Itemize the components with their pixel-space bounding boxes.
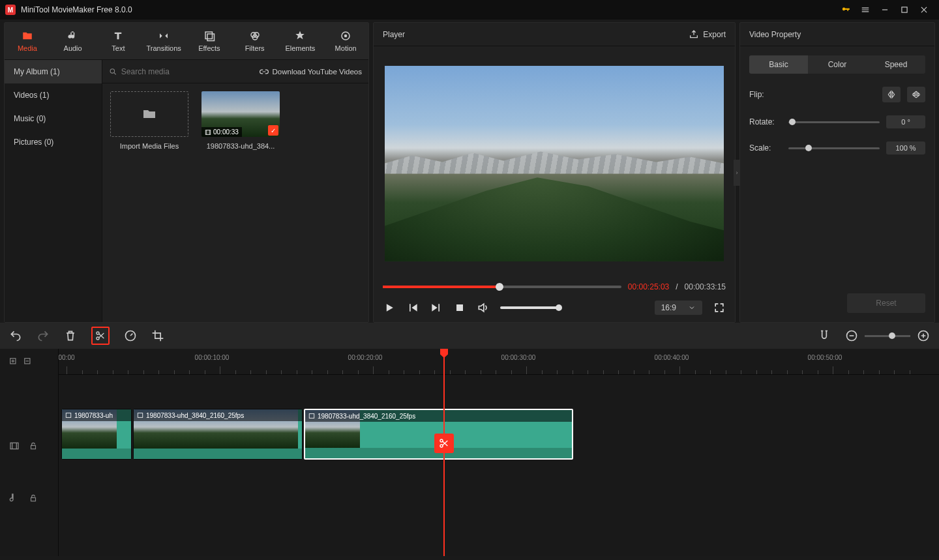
- ruler-tick: 00:00:40:00: [655, 354, 689, 361]
- fullscreen-button[interactable]: [713, 301, 726, 314]
- ribbon-label: Filters: [245, 44, 265, 52]
- aspect-ratio-dropdown[interactable]: 16:9: [655, 301, 702, 315]
- upgrade-key-icon[interactable]: [836, 0, 856, 20]
- ribbon-motion[interactable]: Motion: [323, 23, 368, 59]
- sidebar-item-videos[interactable]: Videos (1): [5, 83, 102, 107]
- speed-button[interactable]: [124, 329, 137, 342]
- tab-basic[interactable]: Basic: [749, 55, 808, 74]
- ribbon-text[interactable]: Text: [96, 23, 142, 59]
- sidebar-item-pictures[interactable]: Pictures (0): [5, 130, 102, 154]
- volume-slider[interactable]: [500, 306, 559, 309]
- flip-horizontal-button[interactable]: [882, 87, 901, 102]
- ruler-tick: 00:00:30:00: [501, 354, 536, 361]
- timeline-clip[interactable]: 19807833-uh: [61, 409, 132, 460]
- next-button[interactable]: [430, 301, 443, 314]
- clip-name: 19807833-uhd_384...: [207, 142, 275, 150]
- minimize-button[interactable]: [875, 0, 895, 20]
- preview-image: [385, 66, 724, 261]
- undo-button[interactable]: [9, 329, 22, 342]
- remove-track-icon[interactable]: [23, 357, 33, 366]
- maximize-button[interactable]: [895, 0, 914, 20]
- redo-button[interactable]: [37, 329, 50, 342]
- export-label: Export: [703, 30, 726, 39]
- timeline-zoom: [845, 329, 930, 342]
- player-pane: Player Export 00:00:25:03 / 00:00:33:15 …: [373, 22, 736, 323]
- ruler-tick: 00:00:20:00: [348, 354, 383, 361]
- export-button[interactable]: Export: [689, 29, 726, 40]
- reset-button[interactable]: Reset: [847, 293, 925, 313]
- svg-rect-10: [205, 130, 211, 134]
- property-tabs: Basic Color Speed: [749, 55, 925, 74]
- audio-track[interactable]: [59, 474, 939, 500]
- svg-rect-1: [902, 7, 907, 12]
- preview-viewport[interactable]: [374, 46, 735, 280]
- search-input[interactable]: [121, 67, 256, 76]
- link-icon: [260, 67, 269, 76]
- crop-button[interactable]: [151, 329, 164, 342]
- search-media[interactable]: [109, 67, 256, 76]
- zoom-out-button[interactable]: [845, 329, 858, 342]
- flip-vertical-button[interactable]: [907, 87, 925, 102]
- stop-button[interactable]: [453, 301, 466, 314]
- close-button[interactable]: [914, 0, 934, 20]
- film-icon: [65, 412, 72, 419]
- clip-duration: 00:00:33: [201, 127, 242, 137]
- audio-track-icon: [9, 493, 20, 503]
- split-button[interactable]: [91, 327, 110, 345]
- svg-point-9: [110, 68, 114, 72]
- properties-pane: › Video Property Basic Color Speed Flip:…: [739, 22, 935, 323]
- lock-icon[interactable]: [29, 494, 38, 503]
- ribbon-audio[interactable]: Audio: [50, 23, 96, 59]
- zoom-slider[interactable]: [865, 335, 910, 337]
- rotate-label: Rotate:: [749, 117, 782, 126]
- volume-icon[interactable]: [477, 301, 490, 314]
- ruler-tick: 00:00:50:00: [808, 354, 842, 361]
- lock-icon[interactable]: [29, 441, 38, 450]
- seek-bar[interactable]: 00:00:25:03 / 00:00:33:15: [374, 280, 735, 293]
- ribbon-transitions[interactable]: Transitions: [141, 23, 186, 59]
- import-media-label: Import Media Files: [120, 142, 179, 150]
- flip-label: Flip:: [749, 90, 782, 99]
- download-youtube-link[interactable]: Download YouTube Videos: [260, 67, 362, 76]
- snap-toggle[interactable]: [818, 329, 831, 342]
- sidebar-item-music[interactable]: Music (0): [5, 107, 102, 130]
- play-button[interactable]: [383, 301, 396, 314]
- svg-rect-19: [10, 443, 18, 449]
- chevron-down-icon: [688, 304, 696, 312]
- rotate-value[interactable]: 0 °: [886, 115, 925, 128]
- delete-button[interactable]: [64, 329, 77, 342]
- timeline-clip[interactable]: 19807833-uhd_3840_2160_25fps: [133, 409, 303, 460]
- media-clip[interactable]: 00:00:33 ✓ 19807833-uhd_384...: [201, 91, 280, 150]
- import-media-button[interactable]: Import Media Files: [110, 91, 188, 150]
- timeline-ruler[interactable]: 00:00 00:00:10:00 00:00:20:00 00:00:30:0…: [59, 349, 939, 375]
- svg-rect-2: [205, 32, 213, 39]
- scale-value[interactable]: 100 %: [886, 141, 925, 155]
- ribbon-elements[interactable]: Elements: [278, 23, 323, 59]
- ribbon-filters[interactable]: Filters: [232, 23, 278, 59]
- split-indicator-icon[interactable]: [434, 434, 454, 453]
- scale-slider[interactable]: [788, 147, 880, 149]
- aspect-ratio-value: 16:9: [661, 303, 676, 312]
- rotate-slider[interactable]: [788, 121, 880, 123]
- hamburger-menu-icon[interactable]: [856, 0, 875, 20]
- folder-icon: [142, 106, 157, 122]
- svg-rect-0: [882, 9, 887, 10]
- player-controls: 16:9: [374, 293, 735, 322]
- svg-rect-21: [31, 498, 36, 501]
- tab-color[interactable]: Color: [808, 55, 867, 74]
- collapse-properties-handle[interactable]: ›: [734, 160, 740, 186]
- prev-button[interactable]: [406, 301, 419, 314]
- svg-rect-20: [31, 446, 36, 449]
- ribbon-label: Motion: [335, 44, 357, 52]
- player-title: Player: [383, 30, 405, 39]
- ribbon-media[interactable]: Media: [5, 23, 50, 59]
- sidebar-item-myalbum[interactable]: My Album (1): [5, 60, 102, 83]
- add-track-icon[interactable]: [9, 357, 18, 366]
- tab-speed[interactable]: Speed: [867, 55, 925, 74]
- zoom-in-button[interactable]: [917, 329, 930, 342]
- timeline-tracks[interactable]: 00:00 00:00:10:00 00:00:20:00 00:00:30:0…: [59, 349, 939, 556]
- ruler-tick: 00:00:10:00: [195, 354, 230, 361]
- timeline: 00:00 00:00:10:00 00:00:20:00 00:00:30:0…: [0, 323, 939, 556]
- ribbon-effects[interactable]: Effects: [186, 23, 232, 59]
- video-track[interactable]: 19807833-uh 19807833-uhd_3840_2160_25fps…: [59, 409, 939, 461]
